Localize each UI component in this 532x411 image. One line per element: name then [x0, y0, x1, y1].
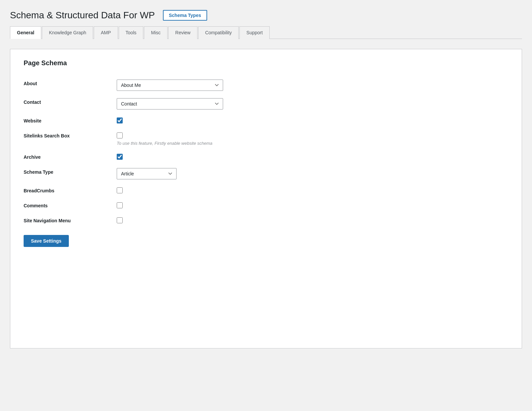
archive-label: Archive — [24, 150, 117, 165]
contact-field-cell: Contact About Me About — [117, 95, 508, 113]
breadcrumbs-field-cell — [117, 183, 508, 198]
page-header: Schema & Structured Data For WP Schema T… — [10, 7, 522, 21]
site-navigation-checkbox[interactable] — [117, 217, 123, 223]
settings-form: About About Me About Contact Contact Con… — [24, 76, 508, 228]
tab-tools[interactable]: Tools — [119, 26, 144, 39]
comments-row: Comments — [24, 198, 508, 213]
schema-type-label: Schema Type — [24, 165, 117, 183]
schema-type-field-cell: Article BlogPosting NewsArticle — [117, 165, 508, 183]
tab-amp[interactable]: AMP — [94, 26, 118, 39]
section-title: Page Schema — [24, 59, 508, 67]
sitelinks-row: Sitelinks Search Box To use this feature… — [24, 128, 508, 150]
tab-compatibility[interactable]: Compatibility — [198, 26, 239, 39]
website-field-cell — [117, 113, 508, 128]
comments-label: Comments — [24, 198, 117, 213]
schema-types-button[interactable]: Schema Types — [163, 10, 207, 21]
comments-checkbox[interactable] — [117, 202, 123, 208]
page-title: Schema & Structured Data For WP — [10, 10, 155, 21]
contact-select[interactable]: Contact About Me About — [117, 98, 223, 109]
about-select[interactable]: About Me About Contact — [117, 80, 223, 91]
archive-field-cell — [117, 150, 508, 165]
tabs-navigation: General Knowledge Graph AMP Tools Misc R… — [10, 26, 522, 39]
tab-support[interactable]: Support — [239, 26, 270, 39]
sitelinks-checkbox[interactable] — [117, 132, 123, 138]
comments-field-cell — [117, 198, 508, 213]
about-label: About — [24, 76, 117, 95]
schema-type-row: Schema Type Article BlogPosting NewsArti… — [24, 165, 508, 183]
contact-row: Contact Contact About Me About — [24, 95, 508, 113]
site-navigation-field-cell — [117, 213, 508, 228]
archive-checkbox[interactable] — [117, 154, 123, 160]
tab-misc[interactable]: Misc — [144, 26, 168, 39]
sitelinks-field-cell: To use this feature, Firstly enable webs… — [117, 128, 508, 150]
breadcrumbs-row: BreadCrumbs — [24, 183, 508, 198]
contact-label: Contact — [24, 95, 117, 113]
archive-row: Archive — [24, 150, 508, 165]
sitelinks-hint: To use this feature, Firstly enable webs… — [117, 141, 508, 146]
schema-type-select[interactable]: Article BlogPosting NewsArticle — [117, 168, 177, 179]
site-navigation-label: Site Navigation Menu — [24, 213, 117, 228]
save-settings-button[interactable]: Save Settings — [24, 235, 69, 247]
about-field-cell: About Me About Contact — [117, 76, 508, 95]
sitelinks-label: Sitelinks Search Box — [24, 128, 117, 150]
tab-general[interactable]: General — [10, 26, 41, 39]
tab-review[interactable]: Review — [168, 26, 198, 39]
website-label: Website — [24, 113, 117, 128]
site-navigation-row: Site Navigation Menu — [24, 213, 508, 228]
website-row: Website — [24, 113, 508, 128]
about-row: About About Me About Contact — [24, 76, 508, 95]
breadcrumbs-checkbox[interactable] — [117, 187, 123, 193]
tab-knowledge-graph[interactable]: Knowledge Graph — [42, 26, 93, 39]
website-checkbox[interactable] — [117, 117, 123, 123]
breadcrumbs-label: BreadCrumbs — [24, 183, 117, 198]
content-area: Page Schema About About Me About Contact… — [10, 49, 522, 348]
